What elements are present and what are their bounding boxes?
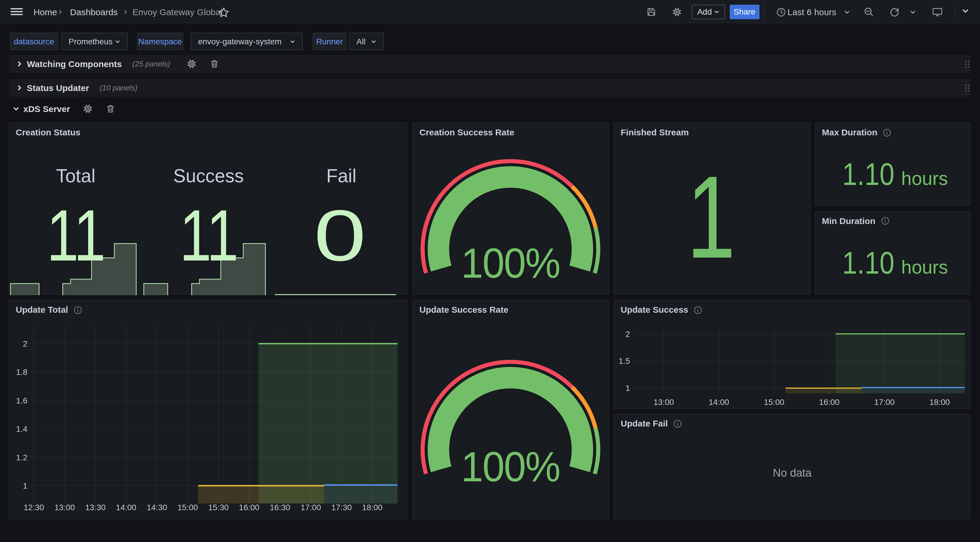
svg-text:17:00: 17:00 xyxy=(874,398,894,406)
svg-text:11: 11 xyxy=(47,195,105,276)
svg-text:Total: Total xyxy=(56,166,95,187)
svg-text:13:00: 13:00 xyxy=(54,503,75,512)
svg-text:Fail: Fail xyxy=(326,166,356,187)
svg-text:1: 1 xyxy=(687,151,736,282)
svg-text:100%: 100% xyxy=(461,443,560,490)
svg-text:Success: Success xyxy=(173,166,244,187)
svg-text:16:00: 16:00 xyxy=(239,503,259,512)
svg-text:13:30: 13:30 xyxy=(85,503,106,512)
svg-text:1.6: 1.6 xyxy=(16,396,27,405)
svg-text:16:30: 16:30 xyxy=(270,503,290,512)
svg-text:18:00: 18:00 xyxy=(362,503,382,512)
svg-text:11: 11 xyxy=(180,195,238,276)
svg-text:14:00: 14:00 xyxy=(709,398,729,406)
svg-text:2: 2 xyxy=(23,339,27,348)
svg-text:15:30: 15:30 xyxy=(208,503,229,512)
svg-text:0: 0 xyxy=(314,195,364,276)
svg-text:1.2: 1.2 xyxy=(16,453,27,462)
svg-text:12:30: 12:30 xyxy=(24,503,44,512)
svg-text:16:00: 16:00 xyxy=(819,398,839,406)
svg-text:1.5: 1.5 xyxy=(619,357,630,365)
svg-text:15:00: 15:00 xyxy=(178,503,198,512)
svg-text:17:30: 17:30 xyxy=(331,503,352,512)
svg-text:1: 1 xyxy=(625,384,630,393)
svg-text:17:00: 17:00 xyxy=(301,503,321,512)
svg-text:100%: 100% xyxy=(461,240,560,287)
svg-text:14:30: 14:30 xyxy=(147,503,167,512)
svg-text:1: 1 xyxy=(23,481,27,490)
svg-text:15:00: 15:00 xyxy=(764,398,784,406)
svg-text:1.8: 1.8 xyxy=(16,368,27,376)
svg-text:14:00: 14:00 xyxy=(116,503,136,512)
svg-text:18:00: 18:00 xyxy=(929,398,950,406)
svg-text:1.4: 1.4 xyxy=(16,424,27,434)
svg-text:13:00: 13:00 xyxy=(654,398,674,406)
svg-text:2: 2 xyxy=(625,330,630,339)
